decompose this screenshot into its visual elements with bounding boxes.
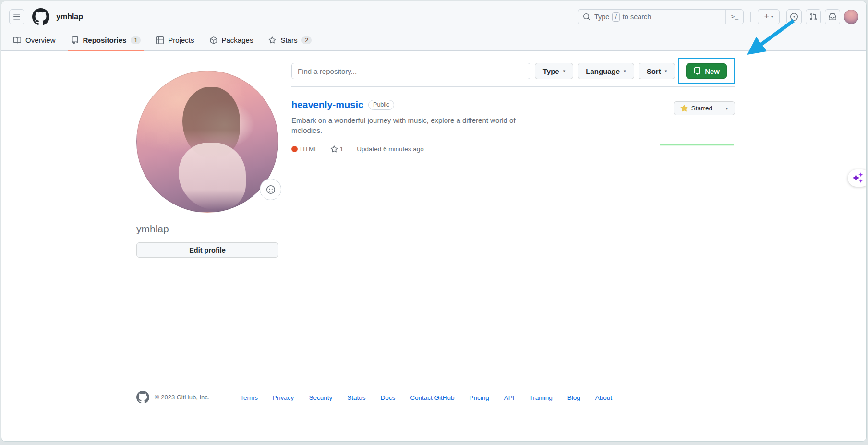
pull-requests-button[interactable] bbox=[806, 9, 821, 24]
star-icon bbox=[330, 145, 338, 153]
visibility-badge: Public bbox=[368, 100, 394, 110]
hamburger-menu-button[interactable] bbox=[9, 9, 24, 24]
tab-label: Stars bbox=[280, 36, 297, 44]
sparkles-icon bbox=[851, 172, 866, 184]
repo-language: HTML bbox=[300, 145, 318, 153]
new-repository-button[interactable]: New bbox=[686, 63, 727, 79]
footer-link-training[interactable]: Training bbox=[530, 394, 553, 401]
annotation-highlight-box: New bbox=[678, 58, 735, 84]
repo-stargazers-link[interactable]: 1 bbox=[330, 145, 344, 153]
site-footer: © 2023 GitHub, Inc. Terms Privacy Securi… bbox=[136, 377, 735, 433]
header-actions: Type / to search >_ + ▾ bbox=[578, 9, 858, 24]
profile-sidebar: ymhlap Edit profile bbox=[136, 71, 278, 258]
tab-label: Overview bbox=[25, 36, 56, 44]
footer-link-privacy[interactable]: Privacy bbox=[273, 394, 294, 401]
hamburger-icon bbox=[13, 13, 21, 21]
repo-list-item: heavenly-music Public Embark on a wonder… bbox=[291, 87, 735, 167]
user-avatar[interactable] bbox=[844, 10, 858, 24]
create-new-button[interactable]: + ▾ bbox=[758, 9, 780, 24]
github-logo[interactable] bbox=[32, 8, 49, 25]
set-status-button[interactable] bbox=[260, 179, 281, 200]
tab-label: Projects bbox=[168, 36, 194, 44]
repositories-panel: Type ▾ Language ▾ Sort ▾ New bbox=[291, 63, 735, 258]
footer-link-contact[interactable]: Contact GitHub bbox=[410, 394, 454, 401]
profile-avatar-wrap bbox=[136, 71, 278, 213]
header-top-row: ymhlap Type / to search >_ + ▾ bbox=[1, 1, 866, 24]
package-icon bbox=[210, 36, 217, 44]
profile-avatar[interactable] bbox=[136, 71, 278, 213]
book-icon bbox=[13, 36, 21, 44]
tab-overview[interactable]: Overview bbox=[9, 36, 60, 51]
repo-description: Embark on a wonderful journey with music… bbox=[291, 115, 517, 136]
chevron-down-icon: ▾ bbox=[726, 106, 728, 111]
main-container: ymhlap Edit profile Type ▾ Language ▾ So… bbox=[136, 63, 735, 258]
chevron-down-icon: ▾ bbox=[665, 69, 667, 73]
footer-link-security[interactable]: Security bbox=[309, 394, 332, 401]
footer-link-pricing[interactable]: Pricing bbox=[470, 394, 489, 401]
inbox-button[interactable] bbox=[825, 9, 840, 24]
footer-link-status[interactable]: Status bbox=[347, 394, 365, 401]
tab-label: Repositories bbox=[83, 36, 127, 44]
star-split-button: Starred ▾ bbox=[674, 101, 735, 115]
repo-updated-text: Updated 6 minutes ago bbox=[357, 145, 424, 153]
browser-page: ymhlap Type / to search >_ + ▾ bbox=[1, 1, 867, 442]
header-divider bbox=[750, 12, 751, 22]
starred-button[interactable]: Starred bbox=[674, 101, 719, 115]
tab-projects[interactable]: Projects bbox=[152, 36, 198, 51]
command-palette-icon[interactable]: >_ bbox=[725, 10, 743, 24]
footer-link-docs[interactable]: Docs bbox=[380, 394, 395, 401]
tab-packages[interactable]: Packages bbox=[205, 36, 258, 51]
global-header: ymhlap Type / to search >_ + ▾ bbox=[1, 1, 866, 51]
repo-star-count: 1 bbox=[340, 145, 344, 153]
github-mark-icon[interactable] bbox=[136, 391, 149, 404]
profile-username: ymhlap bbox=[136, 223, 278, 235]
git-pull-request-icon bbox=[809, 13, 817, 21]
header-context-username[interactable]: ymhlap bbox=[56, 12, 83, 21]
repo-activity-sparkline bbox=[660, 133, 734, 146]
copyright-text: © 2023 GitHub, Inc. bbox=[155, 394, 209, 401]
star-dropdown-button[interactable]: ▾ bbox=[719, 101, 735, 115]
language-filter-button[interactable]: Language ▾ bbox=[578, 63, 634, 79]
repo-icon bbox=[71, 36, 79, 44]
tab-repositories[interactable]: Repositories 1 bbox=[67, 36, 145, 51]
footer-links: Terms Privacy Security Status Docs Conta… bbox=[240, 393, 612, 402]
ai-assistant-button[interactable] bbox=[848, 169, 867, 187]
slash-keycap: / bbox=[612, 12, 619, 22]
repositories-count-badge: 1 bbox=[131, 36, 141, 44]
issue-opened-icon bbox=[790, 13, 798, 21]
tab-stars[interactable]: Stars 2 bbox=[264, 36, 316, 51]
plus-icon: + bbox=[764, 12, 769, 21]
footer-link-about[interactable]: About bbox=[595, 394, 612, 401]
search-placeholder: Type / to search bbox=[594, 12, 651, 22]
chevron-down-icon: ▾ bbox=[771, 14, 773, 19]
search-icon bbox=[583, 13, 591, 21]
repo-toolbar: Type ▾ Language ▾ Sort ▾ New bbox=[291, 63, 735, 79]
find-repository-input[interactable] bbox=[291, 63, 530, 79]
repo-name-link[interactable]: heavenly-music bbox=[291, 99, 363, 110]
repo-meta: HTML 1 Updated 6 minutes ago bbox=[291, 145, 658, 153]
chevron-down-icon: ▾ bbox=[624, 69, 626, 73]
repo-info: heavenly-music Public Embark on a wonder… bbox=[291, 99, 658, 153]
stars-count-badge: 2 bbox=[301, 36, 312, 44]
avatar-art-dress bbox=[179, 143, 246, 210]
sort-filter-button[interactable]: Sort ▾ bbox=[639, 63, 675, 79]
table-icon bbox=[156, 36, 164, 44]
repo-icon bbox=[693, 67, 701, 75]
tab-label: Packages bbox=[222, 36, 253, 44]
smiley-icon bbox=[266, 185, 275, 194]
footer-link-blog[interactable]: Blog bbox=[567, 394, 580, 401]
inbox-icon bbox=[829, 13, 836, 21]
footer-link-terms[interactable]: Terms bbox=[240, 394, 258, 401]
edit-profile-button[interactable]: Edit profile bbox=[136, 242, 278, 258]
profile-nav: Overview Repositories 1 Projects Packag bbox=[1, 24, 866, 51]
star-icon bbox=[268, 36, 276, 44]
type-filter-button[interactable]: Type ▾ bbox=[535, 63, 573, 79]
global-search-input[interactable]: Type / to search >_ bbox=[578, 9, 744, 24]
language-color-dot bbox=[291, 146, 298, 152]
issues-button[interactable] bbox=[786, 9, 802, 24]
chevron-down-icon: ▾ bbox=[563, 69, 566, 73]
repo-side-actions: Starred ▾ bbox=[658, 99, 735, 153]
footer-link-api[interactable]: API bbox=[504, 394, 515, 401]
star-fill-icon bbox=[680, 105, 688, 112]
